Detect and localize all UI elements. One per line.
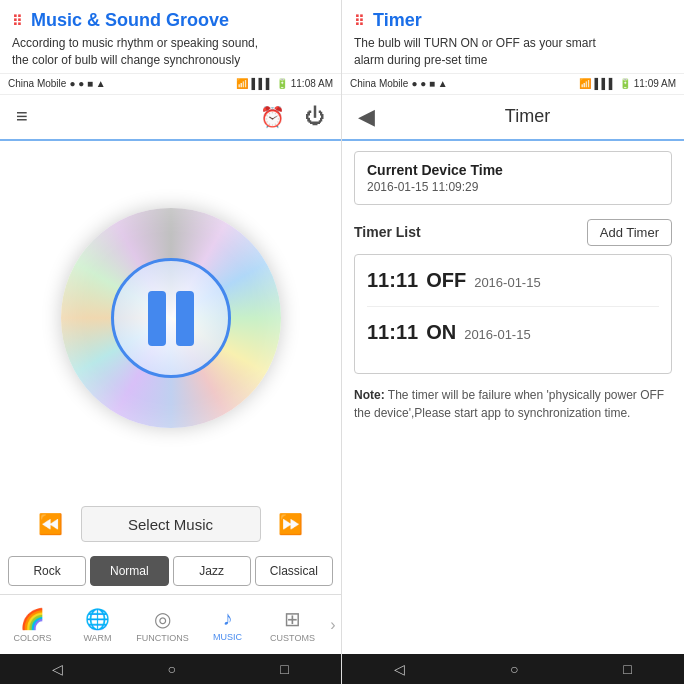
- alarm-icon[interactable]: ⏰: [260, 105, 285, 129]
- status-dots-right: ● ● ■ ▲: [411, 78, 447, 89]
- carrier-left: China Mobile: [8, 78, 66, 89]
- timer-content: Current Device Time 2016-01-15 11:09:29 …: [342, 141, 684, 654]
- fast-forward-button[interactable]: ⏩: [273, 506, 309, 542]
- disc[interactable]: [61, 208, 281, 428]
- left-sys-nav: ◁ ○ □: [0, 654, 341, 684]
- wifi-icon-right: 📶: [579, 78, 591, 89]
- timer-state-1: ON: [426, 321, 456, 344]
- disc-inner: [111, 258, 231, 378]
- timer-state-0: OFF: [426, 269, 466, 292]
- signal-icon: ▌▌▌: [251, 78, 272, 89]
- rewind-button[interactable]: ⏪: [33, 506, 69, 542]
- left-description: According to music rhythm or speaking so…: [12, 35, 329, 69]
- power-icon[interactable]: ⏻: [305, 105, 325, 128]
- nav-more[interactable]: ›: [325, 616, 341, 634]
- timer-date-1: 2016-01-15: [464, 327, 531, 342]
- battery-icon-right: 🔋: [619, 78, 631, 89]
- right-panel: ⠿ Timer The bulb will TURN ON or OFF as …: [342, 0, 684, 684]
- home-button-right[interactable]: ○: [510, 661, 518, 677]
- music-icon: ♪: [223, 607, 233, 630]
- battery-icon: 🔋: [276, 78, 288, 89]
- right-section-header: ⠿ Timer The bulb will TURN ON or OFF as …: [342, 0, 684, 73]
- grid-icon-right: ⠿: [354, 13, 364, 29]
- nav-item-music[interactable]: ♪ MUSIC: [195, 603, 260, 646]
- music-label: MUSIC: [213, 632, 242, 642]
- disc-container: [61, 208, 281, 428]
- left-section-header: ⠿ Music & Sound Groove According to musi…: [0, 0, 341, 73]
- add-timer-button[interactable]: Add Timer: [587, 219, 672, 246]
- bottom-nav: 🌈 COLORS 🌐 WARM ◎ FUNCTIONS ♪ MUSIC ⊞ CU…: [0, 594, 341, 654]
- customs-label: CUSTOMS: [270, 633, 315, 643]
- left-status-bar: China Mobile ● ● ■ ▲ 📶 ▌▌▌ 🔋 11:08 AM: [0, 73, 341, 95]
- grid-icon-left: ⠿: [12, 13, 22, 29]
- timer-note: Note: The timer will be failure when 'ph…: [354, 386, 672, 422]
- device-time-value: 2016-01-15 11:09:29: [367, 180, 659, 194]
- recents-button-right[interactable]: □: [623, 661, 631, 677]
- warm-label: WARM: [83, 633, 111, 643]
- toolbar-icons: ⏰ ⏻: [260, 105, 325, 129]
- status-right: 📶 ▌▌▌ 🔋 11:08 AM: [236, 78, 333, 89]
- back-arrow-button[interactable]: ◀: [358, 104, 375, 130]
- back-button-left[interactable]: ◁: [52, 661, 63, 677]
- recents-button-left[interactable]: □: [280, 661, 288, 677]
- left-app-toolbar: ≡ ⏰ ⏻: [0, 95, 341, 141]
- nav-item-warm[interactable]: 🌐 WARM: [65, 603, 130, 647]
- back-button-right[interactable]: ◁: [394, 661, 405, 677]
- colors-label: COLORS: [13, 633, 51, 643]
- functions-label: FUNCTIONS: [136, 633, 189, 643]
- timer-entry-0: 11:11 OFF 2016-01-15: [367, 255, 659, 307]
- timer-toolbar-title: Timer: [387, 106, 668, 127]
- status-left: China Mobile ● ● ■ ▲: [8, 78, 106, 89]
- time-left: 11:08 AM: [291, 78, 333, 89]
- timer-entries-card: 11:11 OFF 2016-01-15 11:11 ON 2016-01-15: [354, 254, 672, 374]
- timer-time-1: 11:11: [367, 321, 418, 344]
- wifi-icon: 📶: [236, 78, 248, 89]
- left-title: ⠿ Music & Sound Groove: [12, 10, 329, 31]
- disc-area: [0, 141, 341, 496]
- device-time-card: Current Device Time 2016-01-15 11:09:29: [354, 151, 672, 205]
- nav-item-functions[interactable]: ◎ FUNCTIONS: [130, 603, 195, 647]
- genre-tabs: Rock Normal Jazz Classical: [0, 552, 341, 594]
- select-music-button[interactable]: Select Music: [81, 506, 261, 542]
- music-controls: ⏪ Select Music ⏩: [0, 496, 341, 552]
- genre-tab-classical[interactable]: Classical: [255, 556, 333, 586]
- nav-item-customs[interactable]: ⊞ CUSTOMS: [260, 603, 325, 647]
- genre-tab-jazz[interactable]: Jazz: [173, 556, 251, 586]
- genre-tab-normal[interactable]: Normal: [90, 556, 168, 586]
- timer-list-label: Timer List: [354, 224, 421, 240]
- carrier-right: China Mobile: [350, 78, 408, 89]
- timer-entry-1: 11:11 ON 2016-01-15: [367, 307, 659, 358]
- pause-icon: [148, 291, 194, 346]
- status-right-right: 📶 ▌▌▌ 🔋 11:09 AM: [579, 78, 676, 89]
- home-button-left[interactable]: ○: [168, 661, 176, 677]
- right-sys-nav: ◁ ○ □: [342, 654, 684, 684]
- left-panel: ⠿ Music & Sound Groove According to musi…: [0, 0, 342, 684]
- time-right: 11:09 AM: [634, 78, 676, 89]
- timer-time-0: 11:11: [367, 269, 418, 292]
- status-left-right: China Mobile ● ● ■ ▲: [350, 78, 448, 89]
- pause-bar-right: [176, 291, 194, 346]
- colors-icon: 🌈: [20, 607, 45, 631]
- pause-bar-left: [148, 291, 166, 346]
- timer-date-0: 2016-01-15: [474, 275, 541, 290]
- signal-icon-right: ▌▌▌: [594, 78, 615, 89]
- timer-list-header: Timer List Add Timer: [354, 219, 672, 246]
- hamburger-icon[interactable]: ≡: [16, 105, 28, 128]
- right-status-bar: China Mobile ● ● ■ ▲ 📶 ▌▌▌ 🔋 11:09 AM: [342, 73, 684, 95]
- status-dots-left: ● ● ■ ▲: [69, 78, 105, 89]
- right-description: The bulb will TURN ON or OFF as your sma…: [354, 35, 672, 69]
- right-title: ⠿ Timer: [354, 10, 672, 31]
- warm-icon: 🌐: [85, 607, 110, 631]
- functions-icon: ◎: [154, 607, 171, 631]
- customs-icon: ⊞: [284, 607, 301, 631]
- timer-note-label: Note:: [354, 388, 385, 402]
- timer-toolbar: ◀ Timer: [342, 95, 684, 141]
- nav-item-colors[interactable]: 🌈 COLORS: [0, 603, 65, 647]
- genre-tab-rock[interactable]: Rock: [8, 556, 86, 586]
- timer-note-text: The timer will be failure when 'physical…: [354, 388, 664, 420]
- device-time-label: Current Device Time: [367, 162, 659, 178]
